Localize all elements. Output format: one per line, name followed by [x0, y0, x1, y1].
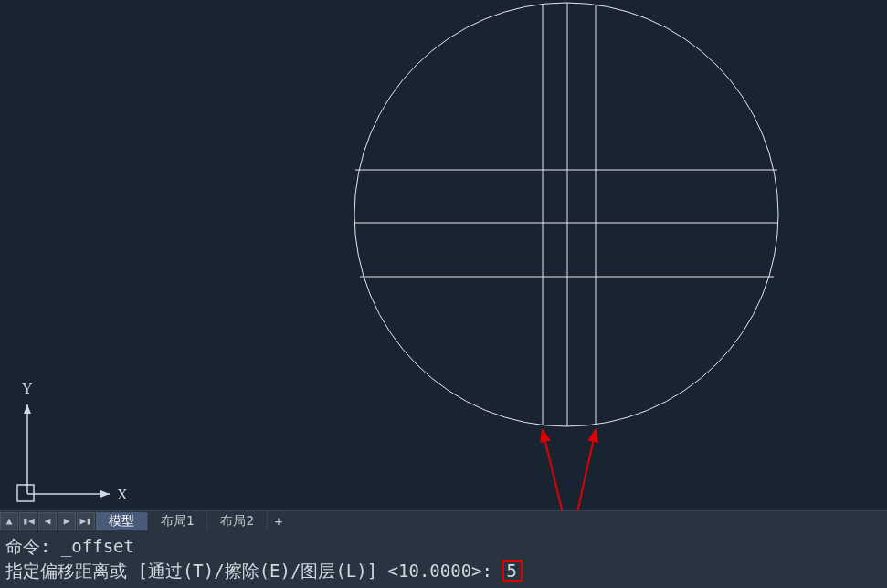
layout-tabs-row: ▲ ▮◀ ◀ ▶ ▶▮ 模型 布局1 布局2 + [0, 510, 887, 530]
svg-rect-13 [17, 485, 34, 501]
ucs-x-label: X [117, 487, 128, 502]
svg-marker-10 [100, 490, 110, 498]
svg-marker-12 [24, 404, 31, 414]
tabs-collapse-button[interactable]: ▲ [0, 512, 18, 530]
tab-layout1[interactable]: 布局1 [148, 512, 207, 530]
tabs-next-button[interactable]: ▶ [58, 512, 76, 530]
tab-layout2[interactable]: 布局2 [207, 512, 267, 530]
svg-point-0 [354, 3, 778, 426]
command-line-area[interactable]: 命令: _offset 指定偏移距离或 [通过(T)/擦除(E)/图层(L)] … [0, 530, 887, 588]
drawing-canvas[interactable]: X Y [0, 0, 887, 510]
command-input-value[interactable]: 5 [502, 560, 522, 583]
command-history-line: 命令: _offset [5, 534, 882, 559]
tab-model[interactable]: 模型 [96, 512, 148, 530]
tabs-first-button[interactable]: ▮◀ [19, 512, 37, 530]
command-prompt-line: 指定偏移距离或 [通过(T)/擦除(E)/图层(L)] <10.0000>: 5 [5, 559, 882, 583]
command-prompt-text: 指定偏移距离或 [通过(T)/擦除(E)/图层(L)] <10.0000>: [5, 561, 502, 581]
tabs-last-button[interactable]: ▶▮ [77, 512, 95, 530]
cad-drawing [0, 0, 887, 510]
ucs-icon: X Y [9, 377, 128, 505]
command-history-prefix: 命令: [5, 536, 61, 556]
tab-add-button[interactable]: + [268, 512, 290, 530]
ucs-y-label: Y [22, 381, 33, 396]
tabs-prev-button[interactable]: ◀ [38, 512, 57, 530]
command-history-cmd: _offset [61, 536, 134, 556]
